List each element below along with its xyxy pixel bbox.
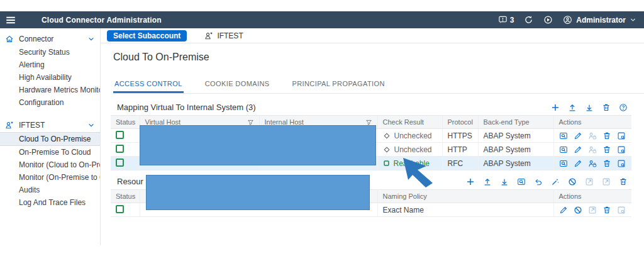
current-subaccount: IFTEST xyxy=(204,31,243,40)
user-name: Administrator xyxy=(576,16,626,25)
sidebar-item-on-premise-to-cloud[interactable]: On-Premise To Cloud xyxy=(0,146,100,159)
sidebar-item-alerting[interactable]: Alerting xyxy=(0,58,100,71)
edit-icon[interactable] xyxy=(574,131,582,140)
mapping-table-title: Mapping Virtual To Internal System (3) xyxy=(117,103,256,112)
unchecked-icon xyxy=(383,146,391,153)
subaccount-user-icon xyxy=(5,121,14,130)
sidebar-item-audits[interactable]: Audits xyxy=(0,184,100,196)
tabstrip: ACCESS CONTROL COOKIE DOMAINS PRINCIPAL … xyxy=(113,80,644,94)
delete-icon[interactable] xyxy=(602,145,611,154)
col-protocol: Protocol xyxy=(442,116,478,129)
col-backend-type: Back-end Type xyxy=(478,116,553,129)
check-result: Unchecked xyxy=(394,145,432,154)
tab-principal-propagation[interactable]: PRINCIPAL PROPAGATION xyxy=(291,80,386,93)
edit-all-icon[interactable] xyxy=(551,177,560,186)
copy-icon[interactable] xyxy=(617,145,626,154)
col-actions: Actions xyxy=(553,190,631,203)
filter-icon[interactable] xyxy=(247,119,254,126)
export-icon xyxy=(588,206,597,214)
alert-icon xyxy=(498,15,508,25)
check-availability-icon[interactable] xyxy=(559,131,568,140)
subaccount-user-icon xyxy=(204,31,213,40)
refresh-icon[interactable] xyxy=(524,15,533,25)
backend-type: ABAP System xyxy=(478,157,553,170)
sidebar-item-configuration[interactable]: Configuration xyxy=(0,96,100,109)
tab-access-control[interactable]: ACCESS CONTROL xyxy=(113,80,184,93)
status-ok-icon xyxy=(116,145,124,153)
home-icon xyxy=(5,35,14,43)
delete-icon[interactable] xyxy=(602,206,611,214)
naming-policy: Exact Name xyxy=(377,203,553,217)
add-icon[interactable] xyxy=(551,103,560,112)
edit-icon[interactable] xyxy=(559,206,568,214)
sidebar-item-monitor-cloud-to-on-premise[interactable]: Monitor (Cloud to On-Premise) xyxy=(0,159,100,171)
resources-table-title: Resour xyxy=(117,177,143,186)
help-icon[interactable] xyxy=(619,103,628,112)
col-status: Status xyxy=(111,116,140,129)
subaccount-bar: Select Subaccount IFTEST xyxy=(101,28,644,43)
user-menu[interactable]: Administrator xyxy=(563,15,636,25)
sidebar-section-connector[interactable]: Connector xyxy=(0,32,100,46)
protocol: RFC xyxy=(442,157,478,170)
shell-actions: 3 Administrator xyxy=(498,15,636,25)
copy-icon[interactable] xyxy=(617,131,626,140)
undo-icon[interactable] xyxy=(534,177,543,186)
person-icon xyxy=(563,15,572,25)
status-ok-icon xyxy=(116,205,124,213)
check-result: Unchecked xyxy=(394,131,432,140)
mapping-toolbar xyxy=(551,103,628,112)
sidebar-item-security-status[interactable]: Security Status xyxy=(0,46,100,58)
check-availability-icon[interactable] xyxy=(559,145,568,154)
edit-icon[interactable] xyxy=(574,145,582,154)
alerts-button[interactable]: 3 xyxy=(498,15,514,25)
check-availability-icon[interactable] xyxy=(517,177,526,186)
session-icon[interactable] xyxy=(543,15,553,25)
upload-icon[interactable] xyxy=(568,103,577,112)
chevron-down-icon xyxy=(630,16,636,23)
col-check-result: Check Result xyxy=(377,116,442,129)
sidebar-section-iftest[interactable]: IFTEST xyxy=(0,118,100,132)
export-icon xyxy=(585,177,594,186)
check-availability-icon[interactable] xyxy=(559,159,568,168)
sidebar-section-label: IFTEST xyxy=(19,121,45,130)
backend-type: ABAP System xyxy=(478,129,553,143)
copy-icon xyxy=(617,206,626,214)
protocol: HTTPS xyxy=(442,129,478,143)
add-icon[interactable] xyxy=(466,177,475,186)
edit-icon[interactable] xyxy=(574,159,582,168)
backend-type: ABAP System xyxy=(478,143,553,157)
reachable-icon xyxy=(383,160,390,167)
delete-icon[interactable] xyxy=(602,131,611,140)
menu-icon[interactable] xyxy=(5,14,16,26)
copy-icon[interactable] xyxy=(617,159,626,168)
delete-icon[interactable] xyxy=(602,159,611,168)
sidebar-item-monitor-on-premise-to-cloud[interactable]: Monitor (On-Premise to Cloud) xyxy=(0,171,100,184)
chevron-down-icon xyxy=(87,35,95,43)
principal-propagation-icon[interactable] xyxy=(588,159,597,168)
redaction-box-resources xyxy=(146,175,370,210)
protocol: HTTP xyxy=(442,143,478,157)
delete-icon[interactable] xyxy=(602,103,611,112)
app-title: Cloud Connector Administration xyxy=(42,16,162,25)
sidebar-item-cloud-to-on-premise[interactable]: Cloud To On-Premise xyxy=(0,132,100,146)
download-icon[interactable] xyxy=(500,177,509,186)
alert-count: 3 xyxy=(510,16,514,25)
page-title: Cloud To On-Premise xyxy=(113,52,644,63)
disable-icon[interactable] xyxy=(568,177,577,186)
col-actions: Actions xyxy=(553,116,631,129)
filter-icon[interactable] xyxy=(365,119,372,126)
chevron-down-icon xyxy=(87,121,95,129)
redaction-box-hosts xyxy=(140,125,376,165)
sidebar-item-high-availability[interactable]: High Availability xyxy=(0,71,100,84)
select-subaccount-button[interactable]: Select Subaccount xyxy=(107,30,187,42)
upload-icon[interactable] xyxy=(483,177,492,186)
principal-propagation-icon xyxy=(588,145,597,154)
download-icon[interactable] xyxy=(585,103,594,112)
tab-cookie-domains[interactable]: COOKIE DOMAINS xyxy=(204,80,271,93)
disable-icon[interactable] xyxy=(574,206,582,214)
shell-header: Cloud Connector Administration 3 Adminis… xyxy=(0,11,644,28)
sidebar-item-hardware-metrics-monitor[interactable]: Hardware Metrics Monitor xyxy=(0,84,100,96)
status-ok-icon xyxy=(116,159,124,167)
sidebar-item-log-and-trace-files[interactable]: Log And Trace Files xyxy=(0,196,100,209)
delete-icon[interactable] xyxy=(619,177,628,186)
